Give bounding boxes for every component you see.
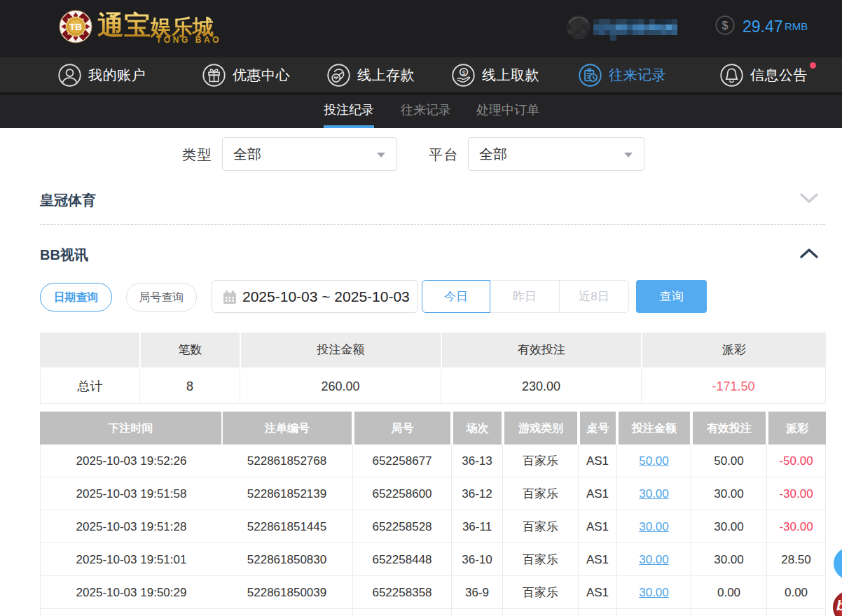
svg-text:TB: TB — [69, 22, 82, 32]
svg-text:$: $ — [722, 20, 729, 31]
svg-text:$: $ — [462, 69, 466, 76]
